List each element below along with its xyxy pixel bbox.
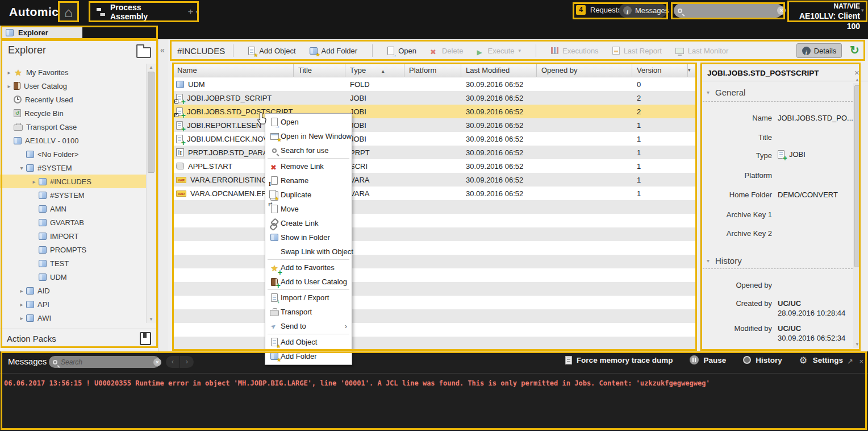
collapse-icon[interactable]: ▾: [707, 89, 710, 96]
settings-button[interactable]: Settings: [799, 355, 843, 364]
messages-search[interactable]: ×: [49, 356, 160, 368]
expander-icon[interactable]: ▸: [17, 301, 26, 308]
tree-item-selected[interactable]: ▸#INCLUDES: [0, 175, 146, 188]
add-object-button[interactable]: Add Object: [248, 47, 295, 55]
table-row[interactable]: VARA.OPCNAMEN.ERMIVARA30.09.2016 06:521: [173, 187, 696, 200]
menu-item-create-link[interactable]: Create Link: [265, 216, 352, 230]
column-header-title[interactable]: Title: [294, 64, 345, 77]
tree-item[interactable]: ▾#SYSTEM: [0, 161, 146, 175]
column-header-platform[interactable]: Platform: [404, 64, 461, 77]
tree-item[interactable]: ▸My Favorites: [0, 65, 146, 79]
menu-item-swap-link-with-object[interactable]: Swap Link with Object: [265, 244, 352, 259]
pause-button[interactable]: Pause: [690, 355, 726, 364]
table-row[interactable]: VARA.ERRORLISTINGVARA30.09.2016 06:521: [173, 173, 696, 187]
add-tab-button[interactable]: +: [188, 6, 194, 18]
home-button[interactable]: [59, 3, 78, 22]
menu-item-add-to-favorites[interactable]: Add to Favorites: [265, 260, 352, 275]
table-row[interactable]: UDMFOLD30.09.2016 06:520: [173, 77, 696, 91]
add-folder-button[interactable]: Add Folder: [310, 47, 358, 55]
expander-icon[interactable]: ▸: [17, 288, 26, 294]
collapse-sidebar-button[interactable]: «: [160, 45, 165, 55]
details-scrollbar[interactable]: ▲ ▼: [853, 83, 861, 348]
details-toggle-button[interactable]: Details: [796, 43, 842, 58]
history-button[interactable]: History: [743, 356, 782, 364]
expander-icon[interactable]: ▸: [5, 69, 14, 76]
column-header-version[interactable]: Version: [632, 64, 688, 77]
force-memory-trace-dump-button[interactable]: Force memory trace dump: [565, 356, 673, 364]
global-search-input[interactable]: [686, 7, 774, 15]
tab-explorer[interactable]: Explorer: [0, 26, 82, 39]
messages-button[interactable]: Messages: [619, 3, 667, 18]
menu-item-import-export[interactable]: Import / Export: [265, 291, 352, 305]
chevron-down-icon[interactable]: ▾: [519, 48, 521, 53]
scroll-up-icon[interactable]: ▲: [149, 65, 153, 70]
tab-process-assembly[interactable]: Process Assembly + ▾: [90, 2, 198, 22]
tree-item[interactable]: Recycle Bin: [0, 106, 146, 120]
tree-scrollbar[interactable]: ▲ ▼: [146, 64, 156, 323]
close-icon[interactable]: ×: [854, 68, 859, 77]
menu-item-send-to[interactable]: Send to›: [265, 319, 352, 333]
previous-message-button[interactable]: ‹: [166, 356, 180, 368]
expander-icon[interactable]: ▸: [30, 179, 39, 185]
tree-item[interactable]: ▸AID: [0, 284, 146, 297]
detach-panel-icon[interactable]: ↗: [847, 357, 853, 366]
scroll-up-icon[interactable]: ▲: [855, 77, 859, 82]
tree-item[interactable]: GVARTAB: [0, 216, 146, 229]
chevron-down-icon[interactable]: ▾: [195, 9, 198, 15]
menu-item-add-to-user-catalog[interactable]: Add to User Catalog: [265, 275, 352, 289]
scrollbar-thumb[interactable]: [854, 85, 860, 267]
tree-item[interactable]: ▸API: [0, 297, 146, 311]
tree-item[interactable]: #SYSTEM: [0, 188, 146, 202]
menu-item-duplicate[interactable]: Duplicate: [265, 188, 352, 202]
menu-item-open-new-window[interactable]: Open in New Window: [265, 129, 352, 143]
table-row[interactable]: JOBI.JOBP.STD_SCRIPTJOBI30.09.2016 06:52…: [173, 91, 696, 105]
column-header-name[interactable]: Name: [173, 64, 294, 77]
scroll-down-icon[interactable]: ▼: [855, 342, 859, 347]
close-icon[interactable]: ×: [859, 357, 863, 366]
table-row[interactable]: JOBI.UDM.CHECK.NOVEJOBI30.09.2016 06:521: [173, 132, 696, 146]
executions-button[interactable]: Executions: [551, 47, 599, 55]
menu-item-search-for-use[interactable]: Search for use: [265, 143, 352, 158]
tree-item[interactable]: PROMPTS: [0, 243, 146, 256]
menu-item-show-in-folder[interactable]: Show in Folder: [265, 230, 352, 244]
menu-item-remove-link[interactable]: Remove Link: [265, 159, 352, 173]
tree-item[interactable]: TEST: [0, 256, 146, 270]
tree-item[interactable]: Transport Case: [0, 120, 146, 134]
tree-item[interactable]: UDM: [0, 270, 146, 284]
open-button[interactable]: Open: [387, 47, 416, 55]
collapse-icon[interactable]: ▾: [707, 258, 710, 264]
clear-search-icon[interactable]: ×: [777, 6, 786, 15]
expander-icon[interactable]: ▸: [5, 83, 14, 89]
menu-item-transport[interactable]: Transport: [265, 305, 352, 319]
tree-item[interactable]: Recently Used: [0, 93, 146, 106]
tree-item[interactable]: AMN: [0, 202, 146, 216]
scroll-down-icon[interactable]: ▼: [149, 317, 153, 322]
tree-item[interactable]: AE10LLV - 0100: [0, 134, 146, 147]
table-row[interactable]: APPL.STARTSCRI30.09.2016 06:521: [173, 159, 696, 173]
client-selector[interactable]: NAT/VIE AE10LLV: Client 100: [785, 2, 860, 31]
messages-search-input[interactable]: [61, 358, 150, 366]
table-row[interactable]: JOBI.REPORT.LESENJOBI30.09.2016 06:521: [173, 118, 696, 132]
menu-item-add-object[interactable]: Add Object: [265, 335, 352, 349]
menu-item-rename[interactable]: Rename: [265, 173, 352, 188]
scrollbar-thumb[interactable]: [148, 72, 155, 173]
column-options-icon[interactable]: ▾: [688, 67, 691, 73]
menu-item-add-folder[interactable]: Add Folder: [265, 349, 352, 363]
global-search[interactable]: ×: [674, 3, 783, 18]
delete-button[interactable]: Delete: [430, 47, 464, 55]
table-row[interactable]: PRPT.JOBP.STD_PARAMPRPT30.09.2016 06:521: [173, 146, 696, 159]
execute-button[interactable]: Execute▾: [477, 47, 521, 55]
refresh-icon[interactable]: [850, 44, 859, 56]
clear-search-icon[interactable]: ×: [153, 358, 161, 366]
folder-view-icon[interactable]: [136, 47, 151, 58]
last-monitor-button[interactable]: Last Monitor: [675, 47, 729, 55]
tree-item[interactable]: ▸User Catalog: [0, 79, 146, 93]
tree-item[interactable]: IMPORT: [0, 229, 146, 243]
column-header-last-modified[interactable]: Last Modified: [461, 64, 537, 77]
column-header-opened-by[interactable]: Opened by: [537, 64, 632, 77]
last-report-button[interactable]: Last Report: [612, 47, 662, 55]
action-packs-section[interactable]: Action Packs: [0, 329, 158, 348]
menu-item-open[interactable]: Open: [265, 115, 352, 129]
requests-button[interactable]: 4 Requests: [576, 5, 621, 15]
chevron-down-icon[interactable]: ▾: [861, 7, 864, 13]
